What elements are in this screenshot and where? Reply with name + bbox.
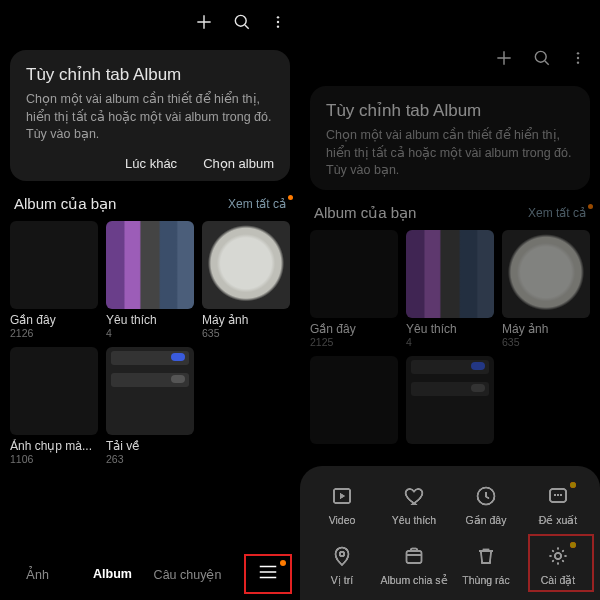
svg-point-13 [560, 494, 562, 496]
album-count: 2125 [310, 336, 398, 348]
album-label: Ảnh chụp mà... [10, 439, 98, 453]
customize-card: Tùy chỉnh tab Album Chọn một vài album c… [310, 86, 590, 190]
card-desc: Chọn một vài album cần thiết để hiển thị… [326, 127, 574, 180]
gallery-screen-right: Tùy chỉnh tab Album Chọn một vài album c… [300, 0, 600, 600]
later-button[interactable]: Lúc khác [125, 156, 177, 171]
album-count: 263 [106, 453, 194, 465]
section-header: Album của bạn Xem tất cả [300, 204, 600, 230]
popup-label: Vị trí [331, 574, 353, 586]
album-count: 635 [202, 327, 290, 339]
notification-dot [588, 204, 593, 209]
album-extra[interactable] [406, 356, 494, 444]
popup-trash[interactable]: Thùng rác [450, 544, 522, 586]
more-icon[interactable] [270, 12, 286, 32]
album-count: 1106 [10, 453, 98, 465]
gallery-screen-left: Tùy chỉnh tab Album Chọn một vài album c… [0, 0, 300, 600]
album-grid: Gần đây 2125 Yêu thích 4 Máy ảnh 635 [300, 230, 600, 444]
search-icon[interactable] [232, 12, 252, 32]
popup-recent[interactable]: Gần đây [450, 484, 522, 526]
svg-point-2 [277, 21, 279, 23]
see-all-label: Xem tất cả [228, 197, 286, 211]
highlight-menu [244, 554, 292, 594]
popup-label: Video [329, 514, 356, 526]
album-thumb [502, 230, 590, 318]
card-title: Tùy chỉnh tab Album [326, 100, 574, 121]
album-thumb [310, 356, 398, 444]
svg-point-5 [577, 52, 579, 54]
section-header: Album của bạn Xem tất cả [0, 195, 300, 221]
see-all-label: Xem tất cả [528, 206, 586, 220]
popup-label: Thùng rác [462, 574, 509, 586]
tab-album[interactable]: Album [75, 567, 150, 581]
album-download[interactable]: Tải về 263 [106, 347, 194, 465]
album-label: Yêu thích [406, 322, 494, 336]
section-title: Album của bạn [14, 195, 116, 213]
svg-point-6 [577, 57, 579, 59]
album-count: 2126 [10, 327, 98, 339]
svg-point-7 [577, 61, 579, 63]
menu-icon[interactable] [257, 563, 279, 585]
popup-suggest[interactable]: Đề xuất [522, 484, 594, 526]
see-all-link[interactable]: Xem tất cả [228, 197, 286, 211]
add-icon[interactable] [194, 12, 214, 32]
album-thumb [10, 347, 98, 435]
album-favorites[interactable]: Yêu thích 4 [106, 221, 194, 339]
see-all-link[interactable]: Xem tất cả [528, 206, 586, 220]
tab-photos[interactable]: Ảnh [0, 567, 75, 582]
popup-shared-album[interactable]: Album chia sẻ [378, 544, 450, 586]
album-label: Gần đây [10, 313, 98, 327]
popup-favorites[interactable]: Yêu thích [378, 484, 450, 526]
album-recent[interactable]: Gần đây 2125 [310, 230, 398, 348]
album-thumb [310, 230, 398, 318]
popup-settings[interactable]: Cài đặt [522, 544, 594, 586]
album-count: 4 [406, 336, 494, 348]
notification-dot [570, 542, 576, 548]
popup-label: Yêu thích [392, 514, 436, 526]
album-count: 4 [106, 327, 194, 339]
svg-point-14 [340, 552, 345, 557]
top-bar [0, 0, 300, 44]
album-thumb [106, 221, 194, 309]
notification-dot [570, 482, 576, 488]
menu-popup: Video Yêu thích Gần đây Đề xuất Vị trí A… [300, 466, 600, 600]
album-label: Máy ảnh [502, 322, 590, 336]
album-thumb [406, 230, 494, 318]
album-camera[interactable]: Máy ảnh 635 [502, 230, 590, 348]
album-recent[interactable]: Gần đây 2126 [10, 221, 98, 339]
album-favorites[interactable]: Yêu thích 4 [406, 230, 494, 348]
album-screenshots[interactable]: Ảnh chụp mà... 1106 [10, 347, 98, 465]
svg-point-3 [277, 25, 279, 27]
svg-point-1 [277, 16, 279, 18]
add-icon[interactable] [494, 48, 514, 68]
album-grid: Gần đây 2126 Yêu thích 4 Máy ảnh 635 Ảnh… [0, 221, 300, 465]
popup-video[interactable]: Video [306, 484, 378, 526]
section-title: Album của bạn [314, 204, 416, 222]
notification-dot [288, 195, 293, 200]
album-label: Gần đây [310, 322, 398, 336]
customize-card: Tùy chỉnh tab Album Chọn một vài album c… [10, 50, 290, 181]
popup-location[interactable]: Vị trí [306, 544, 378, 586]
tab-stories[interactable]: Câu chuyện [150, 567, 225, 582]
top-bar [300, 36, 600, 80]
album-thumb [106, 347, 194, 435]
popup-label: Đề xuất [539, 514, 578, 526]
svg-point-16 [555, 553, 561, 559]
album-label: Máy ảnh [202, 313, 290, 327]
popup-label: Cài đặt [541, 574, 575, 586]
svg-point-4 [535, 51, 546, 62]
card-title: Tùy chỉnh tab Album [26, 64, 274, 85]
album-camera[interactable]: Máy ảnh 635 [202, 221, 290, 339]
search-icon[interactable] [532, 48, 552, 68]
svg-rect-15 [407, 551, 422, 563]
popup-label: Album chia sẻ [380, 574, 447, 586]
svg-point-0 [235, 15, 246, 26]
card-desc: Chọn một vài album cần thiết để hiển thị… [26, 91, 274, 144]
album-extra[interactable] [310, 356, 398, 444]
svg-point-11 [554, 494, 556, 496]
album-thumb [406, 356, 494, 444]
album-thumb [10, 221, 98, 309]
choose-album-button[interactable]: Chọn album [203, 156, 274, 171]
more-icon[interactable] [570, 48, 586, 68]
notification-dot [280, 560, 286, 566]
album-count: 635 [502, 336, 590, 348]
